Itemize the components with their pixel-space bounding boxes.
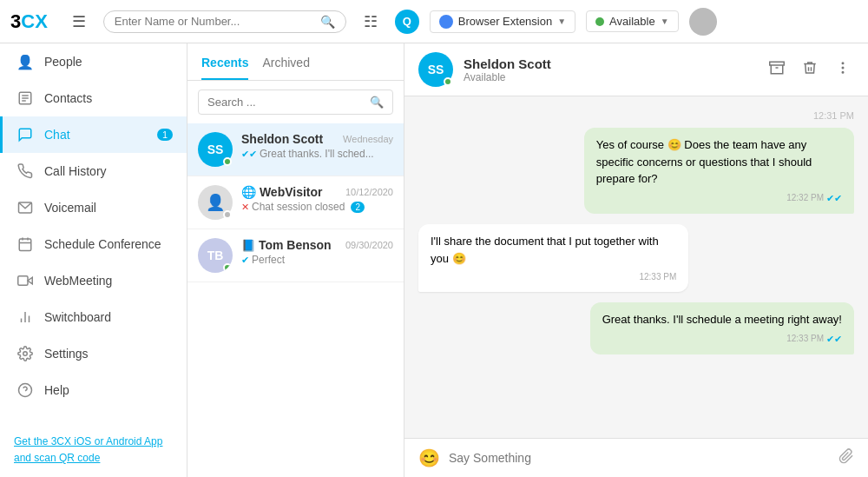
chat-panel: SS Sheldon Scott Available xyxy=(404,43,868,477)
chat-name-sheldon: Sheldon Scott xyxy=(241,132,323,146)
sidebar-label-call-history: Call History xyxy=(44,164,107,178)
sidebar-label-contacts: Contacts xyxy=(44,91,92,105)
browser-ext-chevron: ▼ xyxy=(557,17,566,26)
msg-tick-m1: ✔✔ xyxy=(826,191,842,206)
settings-icon xyxy=(16,345,34,362)
avatar-tom: TB xyxy=(198,238,233,273)
switchboard-icon xyxy=(16,308,34,326)
chat-search-input[interactable] xyxy=(207,96,370,109)
message-row-m1: Yes of course 😊 Does the team have any s… xyxy=(418,128,854,214)
message-row-m2: I'll share the document that I put toget… xyxy=(418,224,854,292)
available-label: Available xyxy=(609,15,655,28)
voicemail-icon xyxy=(16,199,34,216)
sidebar-label-help: Help xyxy=(44,383,69,397)
logo: 3CX xyxy=(10,10,48,33)
sidebar-label-voicemail: Voicemail xyxy=(44,201,96,215)
browser-ext-label: Browser Extension xyxy=(458,15,552,28)
available-status-dot xyxy=(595,17,604,26)
call-history-icon xyxy=(16,162,34,180)
sidebar-item-settings[interactable]: Settings xyxy=(0,335,187,372)
chat-icon xyxy=(16,126,34,143)
avatar-webvisitor: 👤 xyxy=(198,185,233,220)
archive-button[interactable] xyxy=(766,56,788,83)
sidebar-item-webmeeting[interactable]: WebMeeting xyxy=(0,262,187,299)
chat-input[interactable] xyxy=(449,451,830,465)
chat-meta-tom: 📘 Tom Benson 09/30/2020 ✔ Perfect xyxy=(241,238,393,266)
sidebar-item-call-history[interactable]: Call History xyxy=(0,153,187,189)
msg-time-m2: 12:33 PM xyxy=(431,270,676,283)
message-bubble-m1: Yes of course 😊 Does the team have any s… xyxy=(584,128,854,214)
people-icon: 👤 xyxy=(16,53,34,70)
sidebar-label-schedule-conference: Schedule Conference xyxy=(44,237,161,251)
message-bubble-m3: Great thanks. I'll schedule a meeting ri… xyxy=(590,302,854,354)
availability-button[interactable]: Available ▼ xyxy=(586,10,678,32)
tab-recents[interactable]: Recents xyxy=(201,43,248,80)
sidebar: 👤 People Contacts Chat 1 Call History xyxy=(0,43,187,477)
chat-time-sheldon: Wednesday xyxy=(343,134,393,144)
chat-header-avatar: SS xyxy=(418,52,453,87)
chat-badge: 1 xyxy=(157,129,173,141)
chat-time-tom: 09/30/2020 xyxy=(345,240,393,250)
chat-input-row: 😊 xyxy=(404,438,868,477)
sidebar-item-contacts[interactable]: Contacts xyxy=(0,80,187,116)
more-options-button[interactable] xyxy=(832,56,854,83)
topbar-search-input[interactable] xyxy=(115,15,320,28)
browser-extension-button[interactable]: Browser Extension ▼ xyxy=(430,10,575,33)
status-dot-tom xyxy=(223,263,232,272)
chat-item-tom[interactable]: TB 📘 Tom Benson 09/30/2020 ✔ Perfect xyxy=(187,229,404,282)
chat-header-name: Sheldon Scott xyxy=(464,56,755,71)
chat-meta-sheldon: Sheldon Scott Wednesday ✔✔ Great thanks.… xyxy=(241,132,393,160)
sidebar-label-chat: Chat xyxy=(44,128,70,142)
app-download-link[interactable]: Get the 3CX iOS or Android App and scan … xyxy=(0,423,187,477)
time-label-m1: 12:31 PM xyxy=(418,110,854,121)
contacts-icon xyxy=(16,89,34,107)
webvisitor-icon: 🌐 xyxy=(241,185,256,199)
delete-button[interactable] xyxy=(799,56,821,83)
chat-time-webvisitor: 10/12/2020 xyxy=(345,187,393,197)
svg-rect-5 xyxy=(19,239,31,251)
msg-time-m1: 12:32 PM ✔✔ xyxy=(596,191,842,206)
sidebar-item-people[interactable]: 👤 People xyxy=(0,43,187,80)
svg-point-20 xyxy=(842,67,844,69)
available-chevron: ▼ xyxy=(661,17,669,26)
messages-area: 12:31 PM Yes of course 😊 Does the team h… xyxy=(404,96,868,438)
help-icon xyxy=(16,381,34,399)
attach-button[interactable] xyxy=(838,448,854,468)
msg-time-m3: 12:33 PM ✔✔ xyxy=(602,332,842,347)
webmeeting-icon xyxy=(16,272,34,289)
sidebar-item-voicemail[interactable]: Voicemail xyxy=(0,189,187,226)
grid-icon[interactable]: ☷ xyxy=(357,9,385,35)
hamburger-button[interactable]: ☰ xyxy=(65,9,93,35)
chat-item-sheldon[interactable]: SS Sheldon Scott Wednesday ✔✔ Great than… xyxy=(187,123,404,176)
chrome-icon xyxy=(439,15,453,29)
svg-point-21 xyxy=(842,71,844,73)
tick-icon-sheldon: ✔✔ xyxy=(241,149,257,160)
chat-header: SS Sheldon Scott Available xyxy=(404,43,868,96)
x-mark-icon: ✕ xyxy=(241,202,249,213)
chat-list: SS Sheldon Scott Wednesday ✔✔ Great than… xyxy=(187,123,404,477)
chat-list-panel: Recents Archived 🔍 SS Sheldon Scott Wedn… xyxy=(187,43,404,477)
sidebar-item-help[interactable]: Help xyxy=(0,372,187,408)
chat-preview-tom: ✔ Perfect xyxy=(241,254,393,266)
chat-header-status: Available xyxy=(464,71,755,83)
chat-item-webvisitor[interactable]: 👤 🌐 WebVisitor 10/12/2020 ✕ Chat session… xyxy=(187,176,404,229)
sidebar-item-schedule-conference[interactable]: Schedule Conference xyxy=(0,226,187,262)
chat-header-status-dot xyxy=(444,77,452,86)
svg-rect-10 xyxy=(18,276,28,286)
sidebar-label-settings: Settings xyxy=(44,347,89,361)
emoji-button[interactable]: 😊 xyxy=(418,447,440,468)
svg-point-19 xyxy=(842,63,844,64)
sidebar-label-people: People xyxy=(44,55,82,69)
sidebar-item-chat[interactable]: Chat 1 xyxy=(0,116,187,153)
chat-header-info: Sheldon Scott Available xyxy=(464,56,755,83)
main-layout: 👤 People Contacts Chat 1 Call History xyxy=(0,43,868,477)
q-button[interactable]: Q xyxy=(395,10,419,34)
status-dot-webvisitor xyxy=(223,210,232,219)
sidebar-label-switchboard: Switchboard xyxy=(44,310,111,324)
chat-name-webvisitor: 🌐 WebVisitor xyxy=(241,185,323,199)
chat-search-icon: 🔍 xyxy=(370,96,384,109)
msg-tick-m3: ✔✔ xyxy=(826,332,842,347)
user-avatar[interactable] xyxy=(689,8,717,36)
tab-archived[interactable]: Archived xyxy=(262,43,309,80)
sidebar-item-switchboard[interactable]: Switchboard xyxy=(0,299,187,335)
